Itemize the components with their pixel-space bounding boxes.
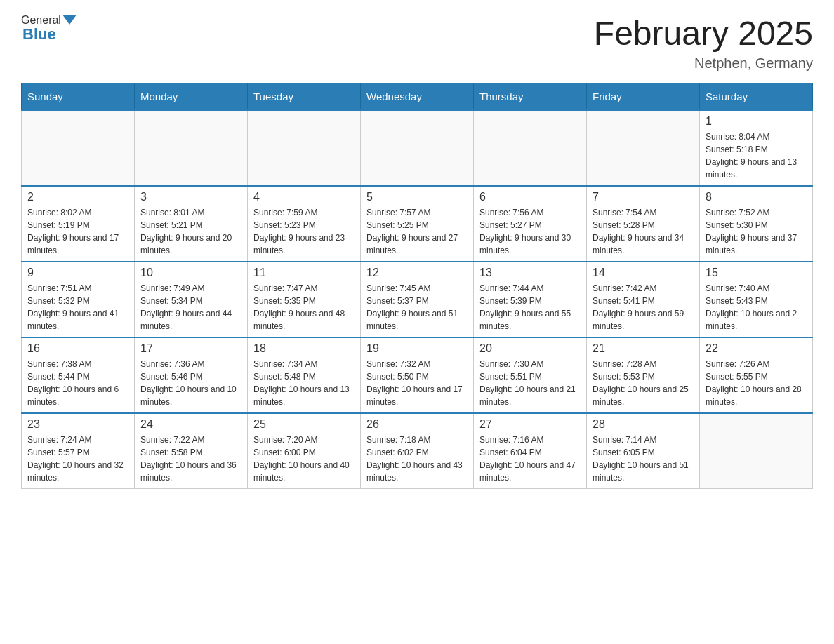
day-number: 7 [593,191,694,203]
day-info: Sunrise: 7:36 AM Sunset: 5:46 PM Dayligh… [140,358,241,408]
calendar-cell: 8Sunrise: 7:52 AM Sunset: 5:30 PM Daylig… [700,186,813,262]
day-info: Sunrise: 7:16 AM Sunset: 6:04 PM Dayligh… [479,434,581,484]
day-info: Sunrise: 7:47 AM Sunset: 5:35 PM Dayligh… [253,282,355,333]
day-info: Sunrise: 7:49 AM Sunset: 5:34 PM Dayligh… [140,282,241,333]
calendar-cell [248,110,361,186]
month-title: February 2025 [594,14,813,53]
day-number: 3 [140,191,241,203]
logo-triangle-icon [62,15,77,25]
calendar-cell: 4Sunrise: 7:59 AM Sunset: 5:23 PM Daylig… [248,186,361,262]
calendar-cell: 9Sunrise: 7:51 AM Sunset: 5:32 PM Daylig… [22,262,135,337]
calendar-cell: 3Sunrise: 8:01 AM Sunset: 5:21 PM Daylig… [135,186,248,262]
day-number: 15 [706,267,807,279]
day-info: Sunrise: 7:18 AM Sunset: 6:02 PM Dayligh… [366,434,468,484]
day-number: 18 [253,342,355,355]
logo-blue-text: Blue [22,25,77,43]
day-number: 27 [479,418,581,431]
calendar-cell: 18Sunrise: 7:34 AM Sunset: 5:48 PM Dayli… [248,337,361,413]
calendar-week-row: 16Sunrise: 7:38 AM Sunset: 5:44 PM Dayli… [22,337,813,413]
day-number: 8 [706,191,807,203]
calendar-cell [135,110,248,186]
weekday-header-monday: Monday [135,83,248,111]
day-number: 26 [366,418,468,431]
day-info: Sunrise: 7:20 AM Sunset: 6:00 PM Dayligh… [253,434,355,484]
day-info: Sunrise: 7:24 AM Sunset: 5:57 PM Dayligh… [27,434,128,484]
day-info: Sunrise: 7:32 AM Sunset: 5:50 PM Dayligh… [366,358,468,408]
calendar-cell: 11Sunrise: 7:47 AM Sunset: 5:35 PM Dayli… [248,262,361,337]
day-number: 17 [140,342,241,355]
day-number: 11 [253,267,355,279]
day-info: Sunrise: 7:59 AM Sunset: 5:23 PM Dayligh… [253,206,355,257]
day-number: 25 [253,418,355,431]
calendar-cell [361,110,474,186]
day-number: 24 [140,418,241,431]
day-number: 4 [253,191,355,203]
day-number: 5 [366,191,468,203]
calendar-cell [22,110,135,186]
calendar-cell: 19Sunrise: 7:32 AM Sunset: 5:50 PM Dayli… [361,337,474,413]
calendar-cell: 1Sunrise: 8:04 AM Sunset: 5:18 PM Daylig… [700,110,813,186]
calendar-cell: 13Sunrise: 7:44 AM Sunset: 5:39 PM Dayli… [474,262,587,337]
weekday-header-saturday: Saturday [700,83,813,111]
calendar-cell: 16Sunrise: 7:38 AM Sunset: 5:44 PM Dayli… [22,337,135,413]
logo: General Blue [21,14,77,43]
calendar-cell: 6Sunrise: 7:56 AM Sunset: 5:27 PM Daylig… [474,186,587,262]
calendar-cell: 20Sunrise: 7:30 AM Sunset: 5:51 PM Dayli… [474,337,587,413]
day-number: 2 [27,191,128,203]
calendar-cell [474,110,587,186]
day-info: Sunrise: 7:56 AM Sunset: 5:27 PM Dayligh… [479,206,581,257]
calendar-cell: 22Sunrise: 7:26 AM Sunset: 5:55 PM Dayli… [700,337,813,413]
weekday-header-thursday: Thursday [474,83,587,111]
day-info: Sunrise: 7:42 AM Sunset: 5:41 PM Dayligh… [593,282,694,333]
calendar-cell: 12Sunrise: 7:45 AM Sunset: 5:37 PM Dayli… [361,262,474,337]
day-number: 19 [366,342,468,355]
day-info: Sunrise: 7:30 AM Sunset: 5:51 PM Dayligh… [479,358,581,408]
calendar-cell [587,110,700,186]
calendar-cell: 17Sunrise: 7:36 AM Sunset: 5:46 PM Dayli… [135,337,248,413]
weekday-header-tuesday: Tuesday [248,83,361,111]
day-info: Sunrise: 7:51 AM Sunset: 5:32 PM Dayligh… [27,282,128,333]
calendar-cell: 5Sunrise: 7:57 AM Sunset: 5:25 PM Daylig… [361,186,474,262]
day-info: Sunrise: 7:40 AM Sunset: 5:43 PM Dayligh… [706,282,807,333]
calendar-cell: 24Sunrise: 7:22 AM Sunset: 5:58 PM Dayli… [135,413,248,489]
day-info: Sunrise: 7:26 AM Sunset: 5:55 PM Dayligh… [706,358,807,408]
calendar-week-row: 2Sunrise: 8:02 AM Sunset: 5:19 PM Daylig… [22,186,813,262]
calendar-cell: 10Sunrise: 7:49 AM Sunset: 5:34 PM Dayli… [135,262,248,337]
day-number: 10 [140,267,241,279]
calendar-cell: 23Sunrise: 7:24 AM Sunset: 5:57 PM Dayli… [22,413,135,489]
day-info: Sunrise: 8:01 AM Sunset: 5:21 PM Dayligh… [140,206,241,257]
day-number: 23 [27,418,128,431]
calendar-cell: 14Sunrise: 7:42 AM Sunset: 5:41 PM Dayli… [587,262,700,337]
day-number: 22 [706,342,807,355]
weekday-header-friday: Friday [587,83,700,111]
day-number: 28 [593,418,694,431]
day-number: 6 [479,191,581,203]
calendar-cell: 21Sunrise: 7:28 AM Sunset: 5:53 PM Dayli… [587,337,700,413]
title-section: February 2025 Netphen, Germany [594,14,813,72]
calendar-header-row: SundayMondayTuesdayWednesdayThursdayFrid… [22,83,813,111]
day-info: Sunrise: 8:02 AM Sunset: 5:19 PM Dayligh… [27,206,128,257]
day-info: Sunrise: 7:52 AM Sunset: 5:30 PM Dayligh… [706,206,807,257]
day-info: Sunrise: 7:22 AM Sunset: 5:58 PM Dayligh… [140,434,241,484]
day-info: Sunrise: 8:04 AM Sunset: 5:18 PM Dayligh… [706,130,807,181]
calendar-week-row: 9Sunrise: 7:51 AM Sunset: 5:32 PM Daylig… [22,262,813,337]
day-info: Sunrise: 7:14 AM Sunset: 6:05 PM Dayligh… [593,434,694,484]
day-info: Sunrise: 7:54 AM Sunset: 5:28 PM Dayligh… [593,206,694,257]
day-number: 20 [479,342,581,355]
page-header: General Blue February 2025 Netphen, Germ… [21,14,813,72]
day-number: 1 [706,115,807,128]
day-number: 14 [593,267,694,279]
calendar-cell [700,413,813,489]
weekday-header-wednesday: Wednesday [361,83,474,111]
calendar-cell: 7Sunrise: 7:54 AM Sunset: 5:28 PM Daylig… [587,186,700,262]
day-info: Sunrise: 7:45 AM Sunset: 5:37 PM Dayligh… [366,282,468,333]
day-number: 13 [479,267,581,279]
calendar-table: SundayMondayTuesdayWednesdayThursdayFrid… [21,83,813,489]
calendar-cell: 28Sunrise: 7:14 AM Sunset: 6:05 PM Dayli… [587,413,700,489]
day-info: Sunrise: 7:38 AM Sunset: 5:44 PM Dayligh… [27,358,128,408]
calendar-cell: 26Sunrise: 7:18 AM Sunset: 6:02 PM Dayli… [361,413,474,489]
day-number: 12 [366,267,468,279]
day-info: Sunrise: 7:57 AM Sunset: 5:25 PM Dayligh… [366,206,468,257]
calendar-week-row: 23Sunrise: 7:24 AM Sunset: 5:57 PM Dayli… [22,413,813,489]
day-info: Sunrise: 7:44 AM Sunset: 5:39 PM Dayligh… [479,282,581,333]
